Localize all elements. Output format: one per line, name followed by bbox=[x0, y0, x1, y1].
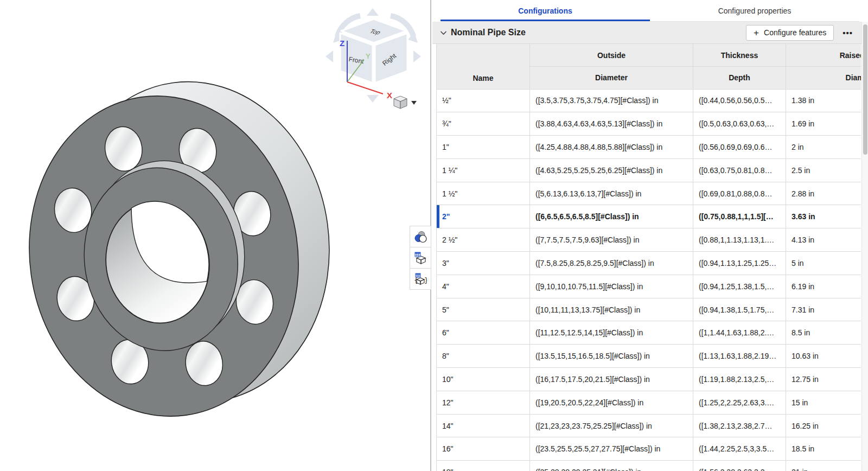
table-row[interactable]: 10"([16,17.5,17.5,20,21.5][#Class]) in([… bbox=[437, 368, 861, 391]
vertical-scrollbar[interactable] bbox=[861, 22, 868, 471]
cell-diameter[interactable]: ([7.5,8.25,8.25,8.25,9.5][#Class]) in bbox=[530, 252, 693, 275]
cell-depth[interactable]: ([1.13,1.63,1.88,2.19… bbox=[693, 345, 786, 368]
scrollbar-thumb[interactable] bbox=[863, 24, 867, 155]
cell-diameter[interactable]: ([19,20.5,20.5,22,24][#Class]) in bbox=[530, 391, 693, 414]
cell-name[interactable]: 4" bbox=[437, 275, 530, 298]
configure-features-button[interactable]: + Configure features bbox=[746, 25, 834, 41]
table-row[interactable]: 16"([23.5,25.5,25.5,27,27.75][#Class]) i… bbox=[437, 437, 861, 461]
cell-depth[interactable]: ([0.88,1,1.13,1.13,1.… bbox=[693, 228, 786, 252]
cell-raised[interactable]: 2.88 in bbox=[786, 182, 861, 205]
cell-raised[interactable]: 18.5 in bbox=[786, 437, 861, 461]
cell-name[interactable]: 8" bbox=[437, 345, 530, 368]
table-row[interactable]: 2"([6,6.5,6.5,6.5,8.5][#Class]) in([0.75… bbox=[437, 205, 861, 228]
view-mode-dropdown[interactable] bbox=[394, 96, 417, 109]
cell-depth[interactable]: ([0.94,1.38,1.5,1.75,… bbox=[693, 298, 786, 321]
tab-configurations[interactable]: Configurations bbox=[441, 0, 650, 21]
cell-raised[interactable]: 10.63 in bbox=[786, 345, 861, 368]
cell-depth[interactable]: ([0.5,0.63,0.63,0.63,… bbox=[693, 112, 786, 136]
cell-diameter[interactable]: ([16,17.5,17.5,20,21.5][#Class]) in bbox=[530, 368, 693, 391]
tab-configured-properties[interactable]: Configured properties bbox=[650, 0, 859, 21]
cell-depth[interactable]: ([0.69,0.81,0.88,0.8… bbox=[693, 182, 786, 205]
cell-diameter[interactable]: ([3.5,3.75,3.75,3.75,4.75][#Class]) in bbox=[530, 89, 693, 112]
cell-name[interactable]: 1 ¼" bbox=[437, 158, 530, 182]
cell-name[interactable]: 2 ½" bbox=[437, 228, 530, 252]
cell-raised[interactable]: 8.5 in bbox=[786, 321, 861, 345]
cell-diameter[interactable]: ([5,6.13,6.13,6.13,7][#Class]) in bbox=[530, 182, 693, 205]
cell-name[interactable]: 10" bbox=[437, 368, 530, 391]
table-row[interactable]: 14"([21,23,23,23.75,25.25][#Class]) in([… bbox=[437, 414, 861, 437]
collapse-section-button[interactable] bbox=[440, 30, 447, 35]
cell-diameter[interactable]: ([10,11,11,13,13.75][#Class]) in bbox=[530, 298, 693, 321]
cell-name[interactable]: 5" bbox=[437, 298, 530, 321]
view-cube-widget[interactable]: Top Front Right Z Y X bbox=[321, 3, 430, 111]
cell-depth[interactable]: ([0.75,0.88,1,1,1.5][… bbox=[693, 205, 786, 228]
cell-name[interactable]: 2" bbox=[437, 205, 530, 228]
cell-raised[interactable]: 12.75 in bbox=[786, 368, 861, 391]
cell-name[interactable]: 1" bbox=[437, 136, 530, 159]
cell-raised[interactable]: 21 in bbox=[786, 461, 861, 471]
configured-properties-icon: { } bbox=[414, 272, 427, 285]
configuration-table-button[interactable] bbox=[410, 247, 431, 269]
more-options-button[interactable]: ••• bbox=[839, 27, 856, 39]
table-row[interactable]: 6"([11,12.5,12.5,14,15][#Class]) in([1,1… bbox=[437, 321, 861, 345]
cell-name[interactable]: ½" bbox=[437, 89, 530, 112]
cell-name[interactable]: 1 ½" bbox=[437, 182, 530, 205]
cell-diameter[interactable]: ([6,6.5,6.5,6.5,8.5][#Class]) in bbox=[530, 205, 693, 228]
cell-raised[interactable]: 4.13 in bbox=[786, 228, 861, 252]
cell-depth[interactable]: ([1.56,2.38,2.63,3.2… bbox=[693, 461, 786, 471]
cell-raised[interactable]: 5 in bbox=[786, 252, 861, 275]
cell-raised[interactable]: 16.25 in bbox=[786, 414, 861, 437]
display-states-button[interactable] bbox=[410, 226, 431, 247]
cell-diameter[interactable]: ([7,7.5,7.5,7.5,9.63][#Class]) in bbox=[530, 228, 693, 252]
cell-depth[interactable]: ([0.63,0.75,0.81,0.8… bbox=[693, 158, 786, 182]
cell-raised[interactable]: 1.38 in bbox=[786, 89, 861, 112]
table-row[interactable]: 1 ¼"([4.63,5.25,5.25,5.25,6.25][#Class])… bbox=[437, 158, 861, 182]
cell-raised[interactable]: 2 in bbox=[786, 136, 861, 159]
cell-diameter[interactable]: ([25,28,28,29.25,31][#Class]) in bbox=[530, 461, 693, 471]
table-row[interactable]: ¾"([3.88,4.63,4.63,4.63,5.13][#Class]) i… bbox=[437, 112, 861, 136]
table-row[interactable]: 1"([4.25,4.88,4.88,4.88,5.88][#Class]) i… bbox=[437, 136, 861, 159]
cell-depth[interactable]: ([0.44,0.56,0.56,0.5… bbox=[693, 89, 786, 112]
cell-diameter[interactable]: ([4.25,4.88,4.88,4.88,5.88][#Class]) in bbox=[530, 136, 693, 159]
cell-diameter[interactable]: ([9,10,10,10.75,11.5][#Class]) in bbox=[530, 275, 693, 298]
cell-name[interactable]: 14" bbox=[437, 414, 530, 437]
table-row[interactable]: ½"([3.5,3.75,3.75,3.75,4.75][#Class]) in… bbox=[437, 89, 861, 112]
table-row[interactable]: 4"([9,10,10,10.75,11.5][#Class]) in([0.9… bbox=[437, 275, 861, 298]
table-row[interactable]: 8"([13.5,15,15,16.5,18.5][#Class]) in([1… bbox=[437, 345, 861, 368]
cell-name[interactable]: 12" bbox=[437, 391, 530, 414]
cell-depth[interactable]: ([1.25,2,2.25,2.63,3.… bbox=[693, 391, 786, 414]
cell-depth[interactable]: ([0.94,1.13,1.25,1.25… bbox=[693, 252, 786, 275]
table-row[interactable]: 12"([19,20.5,20.5,22,24][#Class]) in([1.… bbox=[437, 391, 861, 414]
cell-diameter[interactable]: ([4.63,5.25,5.25,5.25,6.25][#Class]) in bbox=[530, 158, 693, 182]
cell-raised[interactable]: 3.63 in bbox=[786, 205, 861, 228]
table-row[interactable]: 2 ½"([7,7.5,7.5,7.5,9.63][#Class]) in([0… bbox=[437, 228, 861, 252]
cell-diameter[interactable]: ([13.5,15,15,16.5,18.5][#Class]) in bbox=[530, 345, 693, 368]
cell-raised[interactable]: 1.69 in bbox=[786, 112, 861, 136]
cell-depth[interactable]: ([1.44,2.25,2.5,3,3.5… bbox=[693, 437, 786, 461]
rotate-down-arrow-icon bbox=[367, 95, 379, 103]
cell-diameter[interactable]: ([11,12.5,12.5,14,15][#Class]) in bbox=[530, 321, 693, 345]
cell-depth[interactable]: ([0.94,1.25,1.38,1.5,… bbox=[693, 275, 786, 298]
configured-properties-button[interactable]: { } bbox=[410, 268, 431, 290]
table-row[interactable]: 5"([10,11,11,13,13.75][#Class]) in([0.94… bbox=[437, 298, 861, 321]
cell-diameter[interactable]: ([23.5,25.5,25.5,27,27.75][#Class]) in bbox=[530, 437, 693, 461]
cell-depth[interactable]: ([1.38,2.13,2.38,2.7… bbox=[693, 414, 786, 437]
cell-diameter[interactable]: ([3.88,4.63,4.63,4.63,5.13][#Class]) in bbox=[530, 112, 693, 136]
table-row[interactable]: 18"([25,28,28,29.25,31][#Class]) in([1.5… bbox=[437, 461, 861, 471]
cell-raised[interactable]: 2.5 in bbox=[786, 158, 861, 182]
cell-name[interactable]: 6" bbox=[437, 321, 530, 345]
cell-depth[interactable]: ([1,1.44,1.63,1.88,2.… bbox=[693, 321, 786, 345]
cell-name[interactable]: 16" bbox=[437, 437, 530, 461]
cell-name[interactable]: 3" bbox=[437, 252, 530, 275]
cell-name[interactable]: ¾" bbox=[437, 112, 530, 136]
cell-name[interactable]: 18" bbox=[437, 461, 530, 471]
cell-raised[interactable]: 6.19 in bbox=[786, 275, 861, 298]
cell-diameter[interactable]: ([21,23,23,23.75,25.25][#Class]) in bbox=[530, 414, 693, 437]
table-row[interactable]: 1 ½"([5,6.13,6.13,6.13,7][#Class]) in([0… bbox=[437, 182, 861, 205]
cell-raised[interactable]: 7.31 in bbox=[786, 298, 861, 321]
cell-depth[interactable]: ([1.19,1.88,2.13,2.5,… bbox=[693, 368, 786, 391]
cell-depth[interactable]: ([0.56,0.69,0.69,0.6… bbox=[693, 136, 786, 159]
table-row[interactable]: 3"([7.5,8.25,8.25,8.25,9.5][#Class]) in(… bbox=[437, 252, 861, 275]
cell-raised[interactable]: 15 in bbox=[786, 391, 861, 414]
3d-viewport[interactable]: Top Front Right Z Y X bbox=[0, 0, 431, 471]
